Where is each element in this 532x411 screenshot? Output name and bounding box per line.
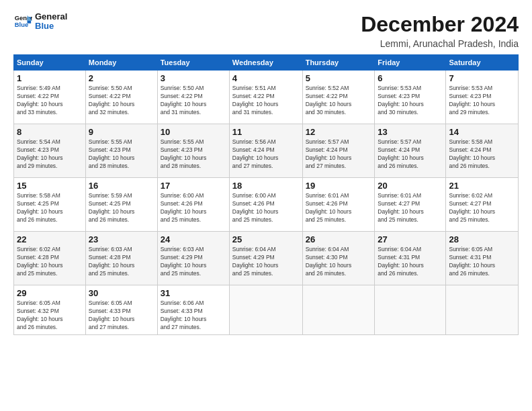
sunset-label: Sunset: 4:33 PM [161, 308, 203, 314]
sunset-label: Sunset: 4:26 PM [232, 200, 275, 207]
daylight-minutes: and 28 minutes. [89, 163, 129, 169]
header: General Blue General Blue December 2024 … [13, 12, 519, 49]
logo-blue: Blue [35, 21, 67, 31]
sunrise-label: Sunrise: 5:59 AM [89, 192, 132, 199]
day-info: Sunrise: 5:53 AM Sunset: 4:23 PM Dayligh… [378, 85, 443, 117]
daylight-label: Daylight: 10 hours [449, 208, 495, 215]
daylight-label: Daylight: 10 hours [17, 208, 63, 215]
day-info: Sunrise: 5:55 AM Sunset: 4:23 PM Dayligh… [89, 138, 154, 171]
sunrise-label: Sunrise: 6:03 AM [89, 246, 132, 253]
sunrise-label: Sunrise: 5:58 AM [17, 192, 60, 199]
sunrise-label: Sunrise: 6:02 AM [17, 246, 60, 253]
daylight-label: Daylight: 10 hours [17, 262, 63, 269]
calendar-day-cell: 23 Sunrise: 6:03 AM Sunset: 4:28 PM Dayl… [85, 232, 157, 285]
daylight-minutes: and 26 minutes. [378, 163, 418, 169]
daylight-minutes: and 26 minutes. [17, 216, 57, 223]
calendar-day-cell: 24 Sunrise: 6:03 AM Sunset: 4:29 PM Dayl… [157, 232, 229, 285]
daylight-minutes: and 25 minutes. [378, 216, 418, 223]
day-number: 5 [306, 73, 372, 83]
day-number: 3 [161, 73, 226, 83]
sunrise-label: Sunrise: 5:50 AM [161, 85, 204, 91]
calendar-day-cell: 11 Sunrise: 5:56 AM Sunset: 4:24 PM Dayl… [229, 124, 302, 178]
daylight-minutes: and 26 minutes. [449, 163, 489, 169]
calendar-day-cell: 15 Sunrise: 5:58 AM Sunset: 4:25 PM Dayl… [14, 178, 86, 232]
weekday-header-thursday: Thursday [302, 55, 375, 71]
calendar-week-row: 29 Sunrise: 6:05 AM Sunset: 4:32 PM Dayl… [14, 285, 519, 335]
daylight-label: Daylight: 10 hours [161, 154, 207, 161]
day-info: Sunrise: 5:55 AM Sunset: 4:23 PM Dayligh… [161, 138, 226, 171]
day-number: 21 [449, 181, 515, 191]
day-number: 15 [17, 181, 83, 191]
day-number: 1 [17, 73, 83, 83]
day-info: Sunrise: 5:57 AM Sunset: 4:24 PM Dayligh… [306, 138, 372, 171]
daylight-label: Daylight: 10 hours [306, 262, 352, 269]
day-info: Sunrise: 5:49 AM Sunset: 4:22 PM Dayligh… [17, 85, 83, 117]
daylight-minutes: and 30 minutes. [306, 109, 346, 116]
day-info: Sunrise: 6:04 AM Sunset: 4:29 PM Dayligh… [232, 246, 300, 278]
svg-text:Blue: Blue [15, 22, 28, 29]
day-info: Sunrise: 6:05 AM Sunset: 4:33 PM Dayligh… [89, 300, 154, 332]
weekday-header-monday: Monday [85, 55, 157, 71]
daylight-minutes: and 26 minutes. [17, 324, 57, 330]
calendar-day-cell: 1 Sunrise: 5:49 AM Sunset: 4:22 PM Dayli… [14, 71, 86, 124]
day-info: Sunrise: 6:04 AM Sunset: 4:31 PM Dayligh… [378, 246, 443, 278]
daylight-label: Daylight: 10 hours [89, 208, 135, 215]
day-number: 14 [449, 127, 515, 137]
calendar-day-cell: 26 Sunrise: 6:04 AM Sunset: 4:30 PM Dayl… [302, 232, 375, 285]
daylight-minutes: and 25 minutes. [306, 216, 346, 223]
sunset-label: Sunset: 4:24 PM [449, 146, 491, 153]
sunset-label: Sunset: 4:27 PM [378, 200, 420, 207]
sunset-label: Sunset: 4:31 PM [449, 254, 491, 261]
day-info: Sunrise: 6:00 AM Sunset: 4:26 PM Dayligh… [232, 192, 300, 224]
day-number: 12 [306, 127, 372, 137]
sunset-label: Sunset: 4:24 PM [306, 146, 348, 153]
day-info: Sunrise: 6:04 AM Sunset: 4:30 PM Dayligh… [306, 246, 372, 278]
daylight-minutes: and 32 minutes. [89, 109, 129, 116]
day-info: Sunrise: 6:02 AM Sunset: 4:27 PM Dayligh… [449, 192, 515, 224]
calendar-subtitle: Lemmi, Arunachal Pradesh, India [361, 38, 519, 49]
weekday-header-tuesday: Tuesday [157, 55, 229, 71]
calendar-day-cell: 10 Sunrise: 5:55 AM Sunset: 4:23 PM Dayl… [157, 124, 229, 178]
daylight-label: Daylight: 10 hours [232, 101, 279, 107]
day-info: Sunrise: 6:01 AM Sunset: 4:27 PM Dayligh… [378, 192, 443, 224]
daylight-label: Daylight: 10 hours [306, 208, 352, 215]
daylight-label: Daylight: 10 hours [306, 101, 352, 107]
daylight-label: Daylight: 10 hours [89, 101, 135, 107]
day-number: 10 [161, 127, 226, 137]
day-info: Sunrise: 6:05 AM Sunset: 4:32 PM Dayligh… [17, 300, 83, 332]
day-info: Sunrise: 5:51 AM Sunset: 4:22 PM Dayligh… [232, 85, 300, 117]
daylight-minutes: and 25 minutes. [161, 216, 201, 223]
daylight-label: Daylight: 10 hours [89, 154, 135, 161]
calendar-day-cell: 29 Sunrise: 6:05 AM Sunset: 4:32 PM Dayl… [14, 285, 86, 335]
calendar-day-cell: 17 Sunrise: 6:00 AM Sunset: 4:26 PM Dayl… [157, 178, 229, 232]
day-number: 7 [449, 73, 515, 83]
weekday-header-row: SundayMondayTuesdayWednesdayThursdayFrid… [14, 55, 519, 71]
page: General Blue General Blue December 2024 … [0, 0, 532, 411]
sunrise-label: Sunrise: 5:52 AM [306, 85, 349, 91]
weekday-header-sunday: Sunday [14, 55, 86, 71]
daylight-minutes: and 30 minutes. [378, 109, 418, 116]
daylight-minutes: and 29 minutes. [17, 163, 57, 169]
sunset-label: Sunset: 4:26 PM [161, 200, 203, 207]
sunrise-label: Sunrise: 5:58 AM [449, 138, 492, 145]
calendar-day-cell: 6 Sunrise: 5:53 AM Sunset: 4:23 PM Dayli… [375, 71, 446, 124]
day-number: 19 [306, 181, 372, 191]
daylight-minutes: and 25 minutes. [17, 270, 57, 277]
sunrise-label: Sunrise: 6:05 AM [17, 300, 60, 306]
day-info: Sunrise: 5:56 AM Sunset: 4:24 PM Dayligh… [232, 138, 300, 171]
day-info: Sunrise: 6:02 AM Sunset: 4:28 PM Dayligh… [17, 246, 83, 278]
day-number: 23 [89, 234, 154, 244]
daylight-minutes: and 25 minutes. [449, 216, 489, 223]
logo: General Blue General Blue [13, 12, 67, 32]
daylight-minutes: and 26 minutes. [378, 270, 418, 277]
sunset-label: Sunset: 4:32 PM [17, 308, 59, 314]
daylight-minutes: and 27 minutes. [161, 324, 201, 330]
sunset-label: Sunset: 4:24 PM [378, 146, 420, 153]
calendar-day-cell: 25 Sunrise: 6:04 AM Sunset: 4:29 PM Dayl… [229, 232, 302, 285]
sunset-label: Sunset: 4:22 PM [89, 93, 131, 99]
day-number: 24 [161, 234, 226, 244]
calendar-week-row: 15 Sunrise: 5:58 AM Sunset: 4:25 PM Dayl… [14, 178, 519, 232]
day-info: Sunrise: 5:52 AM Sunset: 4:22 PM Dayligh… [306, 85, 372, 117]
daylight-label: Daylight: 10 hours [449, 262, 495, 269]
daylight-minutes: and 33 minutes. [17, 109, 57, 116]
